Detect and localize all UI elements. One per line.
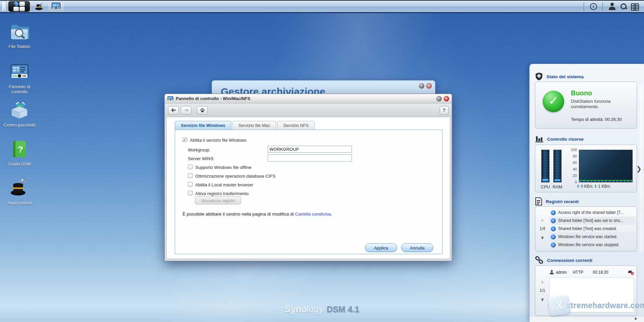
recent-logs-widget: ∧ 1/4 ∨ iAccess right of the shared fold…	[535, 206, 637, 251]
apply-button[interactable]: Applica	[365, 243, 397, 252]
log-entry: iShared folder [Test] was set to sho...	[549, 217, 636, 225]
local-master-browser-label: Abilita il Local master browser	[195, 182, 253, 187]
server-wins-label: Server WINS:	[188, 156, 214, 161]
search-button[interactable]	[618, 1, 629, 11]
panel-bottom-strip	[530, 317, 644, 322]
minimize-button[interactable]	[436, 96, 442, 101]
taskbar-quick-start-button[interactable]	[32, 1, 47, 12]
local-master-browser-checkbox[interactable]	[188, 182, 193, 187]
system-status-value: Buono	[571, 89, 592, 97]
status-good-icon	[543, 91, 564, 112]
shared-folder-link[interactable]: Cartella condivisa	[295, 212, 331, 217]
desktop-icon-dsm-help[interactable]: ? Guida DSM	[3, 138, 36, 167]
desktop-icon-label: Guida DSM	[3, 162, 36, 167]
log-document-icon	[535, 197, 542, 206]
dialog-content: Servizio file Windows Servizio file Mac …	[166, 117, 450, 259]
cancel-button[interactable]: Annulla	[401, 243, 433, 252]
desktop-icon-package-center[interactable]: Centro pacchetti	[3, 99, 36, 128]
tab-mac-file-service[interactable]: Servizio file Mac	[232, 121, 276, 130]
system-status-header: Stato del sistema	[535, 72, 584, 81]
log-entry: iShared folder [Test] was created.	[549, 225, 636, 233]
system-status-description: DiskStation funziona correttamente.	[571, 99, 631, 109]
logs-page-number: 1/4	[535, 226, 549, 231]
help-book-icon: ?	[9, 138, 30, 160]
log-entry: iAccess right of the shared folder [T...	[549, 209, 636, 217]
minimize-button[interactable]	[419, 83, 424, 89]
connections-page-number: 1/1	[535, 288, 549, 293]
enable-windows-file-service-checkbox[interactable]: ✓	[182, 137, 187, 142]
upload-arrow-icon: ⬆	[576, 184, 580, 189]
pilot-view-button[interactable]	[629, 1, 641, 11]
ram-label: RAM	[551, 184, 564, 189]
panel-collapse-chevron[interactable]: ∨	[630, 317, 641, 321]
desktop-icon-control-panel[interactable]: Pannello di controllo	[3, 61, 36, 94]
view-logs-button[interactable]: Visualizza registri	[195, 196, 241, 204]
forward-button[interactable]	[181, 106, 192, 114]
tab-windows-file-service[interactable]: Servizio file Windows	[175, 121, 231, 130]
user-icon	[608, 3, 616, 10]
connection-row: admin HTTP 00:18:20	[549, 269, 634, 276]
main-menu-square-icon	[19, 7, 25, 11]
taskbar-separator	[602, 2, 603, 11]
show-desktop-button[interactable]	[1, 1, 6, 12]
recent-logs-header: Registri recenti	[535, 197, 579, 206]
offline-files-checkbox[interactable]	[188, 165, 193, 169]
connection-user: admin	[556, 270, 567, 275]
bar-chart-icon	[535, 135, 544, 143]
magic-hat-icon	[35, 2, 44, 11]
info-icon: i	[551, 210, 556, 215]
control-panel-icon	[167, 96, 173, 101]
system-info-button[interactable]: i	[588, 1, 599, 11]
desktop-icon-label: Pannello di controllo	[3, 84, 36, 94]
svg-text:?: ?	[18, 144, 23, 154]
desktop-icon-quick-start[interactable]: Avvio veloce	[3, 177, 36, 205]
logs-page-up-icon[interactable]: ∧	[535, 218, 549, 223]
connections-page-down-icon[interactable]: ∨	[535, 297, 549, 302]
dialog-title-bar[interactable]: Pannello di controllo - Win/Mac/NFS	[165, 94, 452, 103]
connection-time: 00:18:20	[593, 270, 608, 275]
server-wins-input[interactable]	[268, 154, 352, 162]
offline-files-label: Supporto Windows file offline	[195, 165, 251, 170]
taskbar-control-panel-button[interactable]	[49, 1, 63, 12]
ram-gauge	[553, 150, 561, 182]
desktop-icon-label: File Station	[3, 44, 36, 49]
info-icon: i	[551, 226, 556, 231]
cifs-optimization-checkbox[interactable]	[188, 173, 193, 178]
current-connections-header: Connessioni correnti	[535, 256, 592, 264]
workgroup-input[interactable]	[268, 146, 352, 153]
connections-page-up-icon[interactable]: ∧	[535, 279, 549, 284]
home-button[interactable]	[197, 106, 208, 114]
dsm-brand-logo: SynologyDSM 4.1	[285, 304, 360, 315]
home-icon	[200, 108, 205, 112]
connection-protocol: HTTP	[573, 270, 583, 275]
search-icon	[620, 3, 627, 10]
logs-page-down-icon[interactable]: ∨	[535, 235, 549, 240]
main-menu-square-icon	[19, 2, 25, 6]
info-icon: i	[551, 218, 556, 223]
cpu-label: CPU	[539, 184, 551, 189]
log-list: iAccess right of the shared folder [T...…	[549, 209, 636, 249]
help-button[interactable]: ?	[440, 106, 448, 114]
desktop-icon-file-station[interactable]: File Station	[3, 21, 36, 49]
window-control-panel-win-mac-nfs: Pannello di controllo - Win/Mac/NFS ? Se…	[164, 94, 452, 261]
close-icon[interactable]	[426, 83, 432, 89]
open-resource-monitor-chevron[interactable]: ❯	[636, 165, 642, 173]
user-menu-button[interactable]	[606, 1, 618, 11]
resource-monitor-widget: CPU RAM 100 80 60 40 20 0 ⬆ 0 KB/s ⬇ 1 K…	[535, 145, 637, 192]
forward-arrow-icon	[184, 108, 189, 112]
chain-link-icon	[535, 256, 544, 264]
kick-connection-icon[interactable]	[628, 270, 634, 275]
tab-nfs-service[interactable]: Servizio NFS	[277, 121, 315, 130]
back-button[interactable]	[168, 106, 179, 114]
main-menu-button[interactable]	[8, 1, 30, 12]
shield-icon	[535, 72, 543, 81]
control-panel-icon	[9, 61, 30, 83]
close-icon[interactable]	[444, 96, 449, 101]
taskbar-separator	[584, 2, 584, 11]
logs-pager: ∧ 1/4 ∨	[535, 207, 549, 251]
info-icon: i	[551, 242, 556, 247]
transfer-log-checkbox[interactable]	[188, 191, 193, 195]
network-chart-axis: 100 80 60 40 20 0	[566, 148, 577, 184]
network-usage-chart	[579, 150, 633, 182]
upload-speed: 0 KB/s	[581, 184, 592, 189]
